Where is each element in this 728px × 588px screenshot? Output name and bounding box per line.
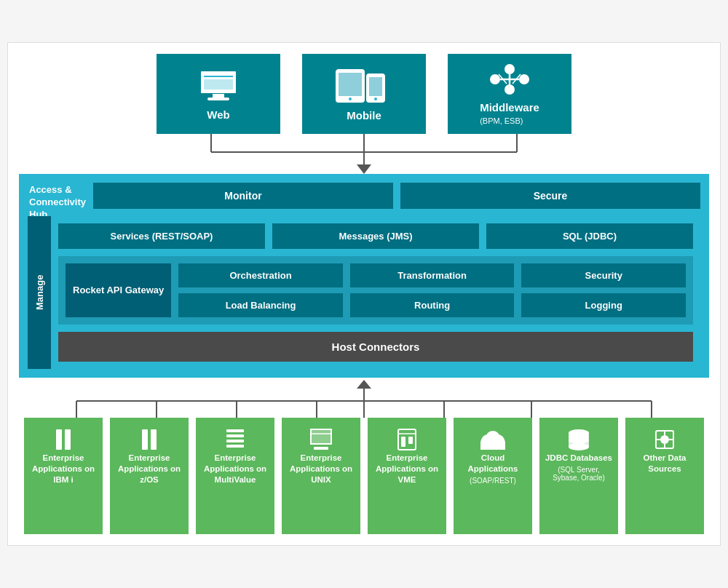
ibmi-icon <box>50 426 76 453</box>
monitor-button[interactable]: Monitor <box>93 183 393 209</box>
middleware-sub: (BPM, ESB) <box>480 116 523 125</box>
svg-rect-11 <box>369 77 382 96</box>
svg-point-13 <box>490 74 500 84</box>
cloud-sub: (SOAP/REST) <box>470 477 516 485</box>
svg-rect-54 <box>408 437 413 444</box>
other-icon <box>652 426 678 453</box>
svg-rect-53 <box>401 437 405 447</box>
svg-rect-43 <box>226 429 244 432</box>
svg-rect-59 <box>480 442 505 450</box>
svg-rect-47 <box>311 429 331 444</box>
messages-jms[interactable]: Messages (JMS) <box>272 223 479 249</box>
svg-point-15 <box>505 64 515 74</box>
source-multivalue: Enterprise Applications on MultiValue <box>196 418 274 534</box>
middleware-icon <box>488 62 531 97</box>
svg-rect-6 <box>204 79 233 90</box>
security-button[interactable]: Security <box>521 263 686 287</box>
unix-icon <box>308 426 334 453</box>
orchestration-button[interactable]: Orchestration <box>178 263 343 287</box>
api-gateway-right: Orchestration Transformation Security Lo… <box>178 263 686 317</box>
api-gateway-grid: Rocket API Gateway Orchestration Transfo… <box>66 263 686 317</box>
load-balancing-button[interactable]: Load Balancing <box>178 293 343 317</box>
mobile-icon <box>335 67 393 105</box>
multivalue-label: Enterprise Applications on MultiValue <box>200 453 270 485</box>
source-ibmi: Enterprise Applications on IBM i <box>24 418 103 534</box>
api-gateway-label: Rocket API Gateway <box>66 263 171 317</box>
arrow-up-area <box>19 378 709 418</box>
svg-point-9 <box>349 98 352 100</box>
svg-rect-46 <box>226 445 244 448</box>
logging-button[interactable]: Logging <box>521 293 686 317</box>
source-zos: Enterprise Applications on z/OS <box>110 418 189 534</box>
zos-icon <box>136 426 162 453</box>
consumer-middleware: Middleware (BPM, ESB) <box>448 54 571 134</box>
cloud-label: Cloud Applications <box>458 453 528 474</box>
svg-marker-29 <box>357 380 371 389</box>
svg-point-68 <box>660 435 669 444</box>
other-label: Other Data Sources <box>630 453 700 474</box>
bottom-sources: Enterprise Applications on IBM i Enterpr… <box>19 418 709 534</box>
jdbc-icon <box>566 426 592 453</box>
svg-rect-42 <box>151 429 157 450</box>
zos-label: Enterprise Applications on z/OS <box>114 453 184 485</box>
bottom-arrow-connector <box>36 378 692 418</box>
vme-label: Enterprise Applications on VME <box>372 453 442 485</box>
services-rest-soap[interactable]: Services (REST/SOAP) <box>58 223 265 249</box>
secure-button[interactable]: Secure <box>400 183 700 209</box>
svg-rect-50 <box>314 447 328 450</box>
middleware-label: Middleware <box>480 101 539 114</box>
top-consumers: Web Mobile <box>19 54 709 134</box>
source-other: Other Data Sources <box>625 418 704 534</box>
routing-button[interactable]: Routing <box>350 293 515 317</box>
jdbc-label: JDBC Databases <box>545 453 612 464</box>
top-arrow-connector <box>109 134 619 174</box>
hub-top-row: Monitor Secure <box>93 183 700 209</box>
diagram-container: Web Mobile <box>7 42 721 546</box>
jdbc-sub: (SQL Server, Sybase, Oracle) <box>544 466 614 482</box>
sql-jdbc[interactable]: SQL (JDBC) <box>486 223 693 249</box>
web-icon <box>197 68 240 104</box>
host-connectors: Host Connectors <box>58 332 693 362</box>
svg-rect-3 <box>213 94 224 98</box>
source-jdbc: JDBC Databases (SQL Server, Sybase, Orac… <box>539 418 618 534</box>
manage-label: Manage <box>28 216 51 369</box>
hub-inner-wrapper: Manage Services (REST/SOAP) Messages (JM… <box>28 216 700 369</box>
web-label: Web <box>207 108 229 121</box>
svg-point-66 <box>569 443 589 450</box>
transformation-button[interactable]: Transformation <box>350 263 515 287</box>
source-unix: Enterprise Applications on UNIX <box>282 418 360 534</box>
mobile-label: Mobile <box>347 109 381 122</box>
svg-point-12 <box>374 98 377 100</box>
vme-icon <box>394 426 420 453</box>
source-vme: Enterprise Applications on VME <box>368 418 446 534</box>
arrow-down-area <box>19 134 709 174</box>
api-gateway-section: Rocket API Gateway Orchestration Transfo… <box>58 256 693 325</box>
svg-point-16 <box>505 84 515 95</box>
consumer-mobile: Mobile <box>302 54 426 134</box>
svg-rect-40 <box>65 429 71 450</box>
svg-rect-39 <box>56 429 62 450</box>
multivalue-icon <box>222 426 248 453</box>
ibmi-label: Enterprise Applications on IBM i <box>28 453 98 485</box>
svg-marker-26 <box>357 164 371 174</box>
svg-rect-8 <box>339 73 362 96</box>
svg-rect-44 <box>226 434 244 437</box>
services-row: Services (REST/SOAP) Messages (JMS) SQL … <box>58 223 693 249</box>
cloud-icon <box>478 426 507 453</box>
svg-point-14 <box>519 74 529 84</box>
svg-rect-41 <box>142 429 148 450</box>
api-row-1: Orchestration Transformation Security <box>178 263 686 287</box>
api-row-2: Load Balancing Routing Logging <box>178 293 686 317</box>
unix-label: Enterprise Applications on UNIX <box>286 453 356 485</box>
hub-inner: Services (REST/SOAP) Messages (JMS) SQL … <box>51 216 700 369</box>
hub-box: Access & Connectivity Hub Monitor Secure… <box>19 174 709 378</box>
svg-rect-4 <box>207 98 229 100</box>
consumer-web: Web <box>157 54 280 134</box>
svg-rect-51 <box>398 429 416 450</box>
source-cloud: Cloud Applications (SOAP/REST) <box>454 418 532 534</box>
svg-rect-45 <box>226 440 244 442</box>
